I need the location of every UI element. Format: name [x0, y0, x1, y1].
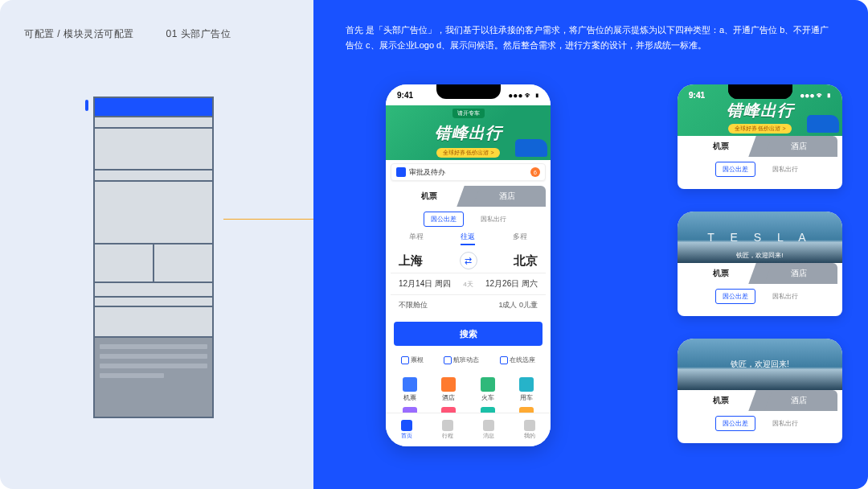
monitor-icon	[444, 356, 452, 364]
triptype-multi[interactable]: 多程	[513, 232, 527, 245]
approval-todo-bar[interactable]: 审批及待办 6	[391, 163, 546, 181]
variant-card-logo: 9:41●●● ᯤ ▮ T E S L A 铁匠，欢迎回来! 机票酒店 因公出差…	[678, 212, 842, 316]
car-icon	[807, 115, 839, 133]
header-ad-banner[interactable]: 请开专车 错峰出行 全球好券 低价出游 >	[386, 105, 551, 160]
passenger-count: 1成人 0儿童	[498, 300, 538, 310]
banner-subtitle: 全球好券 低价出游 >	[436, 148, 501, 158]
todo-icon	[396, 167, 406, 177]
link-seat[interactable]: 在线选座	[500, 355, 535, 364]
purpose-tabs: 因公出差 因私出行	[391, 207, 546, 227]
service-item[interactable]: 酒店	[429, 377, 468, 402]
swap-icon[interactable]: ⇄	[460, 252, 477, 269]
tabbar-item[interactable]: 首页	[386, 413, 427, 446]
left-panel: 可配置 / 模块灵活可配置 01 头部广告位	[0, 0, 313, 489]
right-panel: 首先 是「头部广告位」，我们基于以往承接的客户需求，将广告位的展示提炼为以下四种…	[313, 0, 868, 489]
triptype-roundtrip[interactable]: 往返	[461, 232, 475, 245]
service-item[interactable]: 用车	[507, 377, 546, 402]
bottom-tabbar: 首页行程消息我的	[386, 413, 551, 446]
tabbar-item[interactable]: 行程	[427, 413, 468, 446]
subtab-business[interactable]: 因公出差	[424, 212, 464, 227]
triptype-oneway[interactable]: 单程	[409, 232, 424, 245]
variant-card-greeting: 9:41●●● ᯤ ▮ 铁匠，欢迎回来! 机票酒店 因公出差因私出行	[678, 339, 842, 443]
service-item[interactable]: 机票	[391, 377, 429, 402]
status-time: 9:41	[397, 91, 413, 100]
todo-label: 审批及待办	[409, 167, 445, 178]
todo-badge: 6	[530, 167, 540, 177]
banner-title: 错峰出行	[435, 122, 502, 144]
search-button[interactable]: 搜索	[394, 322, 542, 346]
left-title-row: 可配置 / 模块灵活可配置 01 头部广告位	[24, 27, 313, 41]
greeting-text: 铁匠，欢迎回来!	[731, 359, 789, 370]
notch-icon	[436, 84, 501, 99]
left-title-b: 01 头部广告位	[166, 27, 231, 41]
city-from[interactable]: 上海	[399, 253, 423, 269]
cabin-class: 不限舱位	[399, 300, 428, 310]
trip-type-tabs: 单程 往返 多程	[391, 227, 546, 249]
date-from: 12月14日 周四	[399, 278, 451, 290]
tabbar-item[interactable]: 消息	[469, 413, 510, 446]
wireframe-marker	[85, 100, 88, 111]
link-stub[interactable]: 票根	[401, 355, 424, 364]
phone-mockup-main: 9:41 ●●● ᯤ ▮ 请开专车 错峰出行 全球好券 低价出游 > 审批及待办…	[386, 84, 551, 446]
banner-flag: 请开专车	[452, 109, 485, 118]
status-icons: ●●● ᯤ ▮	[508, 91, 539, 100]
link-flightstatus[interactable]: 航班动态	[444, 355, 479, 364]
description-text: 首先 是「头部广告位」，我们基于以往承接的客户需求，将广告位的展示提炼为以下四种…	[346, 23, 836, 52]
quick-links: 票根 航班动态 在线选座	[391, 352, 546, 368]
car-icon	[515, 139, 547, 157]
tabbar-item[interactable]: 我的	[510, 413, 551, 446]
left-title-a: 可配置 / 模块灵活可配置	[24, 27, 134, 41]
main-tabs: 机票 酒店	[391, 186, 546, 207]
tab-hotel[interactable]: 酒店	[469, 186, 547, 207]
wireframe	[85, 97, 214, 418]
greeting-text: 铁匠，欢迎回来!	[736, 251, 783, 260]
city-row: 上海 ⇄ 北京	[391, 249, 546, 273]
cabin-row[interactable]: 不限舱位 1成人 0儿童	[391, 294, 546, 315]
city-to[interactable]: 北京	[514, 253, 538, 269]
ticket-icon	[401, 356, 409, 364]
subtab-personal[interactable]: 因私出行	[473, 212, 514, 227]
date-row[interactable]: 12月14日 周四 4天 12月26日 周六	[391, 273, 546, 294]
service-item[interactable]: 火车	[469, 377, 507, 402]
seat-icon	[500, 356, 508, 364]
date-to: 12月26日 周六	[485, 278, 538, 290]
brand-logo-text: T E S L A	[707, 231, 812, 244]
date-days: 4天	[463, 280, 473, 289]
variant-cards: 9:41●●● ᯤ ▮ 请开专车 错峰出行 全球好券 低价出游 > 机票酒店 因…	[678, 84, 842, 443]
tab-flight[interactable]: 机票	[391, 186, 469, 207]
